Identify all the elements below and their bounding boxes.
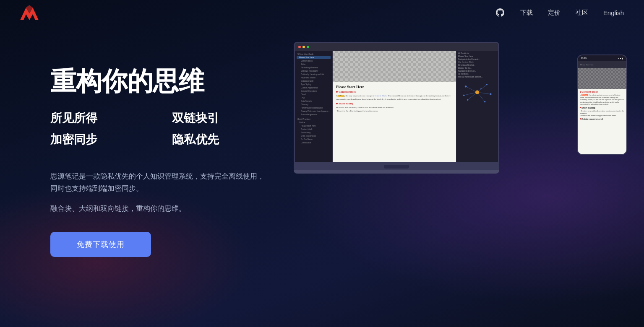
editor-hero-image bbox=[333, 51, 456, 82]
laptop-notch bbox=[384, 165, 409, 169]
editor-start-eating-list: • Create a new notebook, create a new do… bbox=[336, 106, 453, 112]
svg-line-2 bbox=[466, 86, 477, 92]
laptop-stand bbox=[294, 170, 499, 174]
sidebar-item-appearance: Custom Appearance bbox=[297, 86, 331, 89]
sidebar-item-operations: General Operations bbox=[297, 89, 331, 93]
sidebar-item-cloud: Cloud bbox=[297, 93, 331, 96]
panel-backlinks-item3: Navigate in the Con... bbox=[458, 70, 496, 72]
sidebar-item-type-styling: Type Styling bbox=[297, 83, 331, 86]
phone-time: 13:13 bbox=[581, 57, 587, 60]
phone-titlebar: Please Start Here bbox=[578, 61, 626, 68]
sidebar-item-glossary: Glossary bbox=[297, 103, 331, 106]
hero-title: 重构你的思维 bbox=[50, 67, 269, 96]
navbar: 下载 定价 社区 English bbox=[0, 0, 644, 25]
github-icon bbox=[495, 8, 505, 18]
feature-backlinks: 双链块引 bbox=[172, 109, 269, 128]
phone-drink-dot bbox=[580, 118, 581, 119]
phone-mockup: 13:13 ▲ ● ▮ Please Start Here Content bl… bbox=[577, 54, 627, 155]
svg-point-9 bbox=[475, 90, 479, 94]
phone-drink-recommend-header: Drink recommend bbox=[580, 118, 624, 120]
sidebar-item-content-block-2: Content block bbox=[297, 127, 331, 131]
phone-titlebar-text: Please Start Here bbox=[580, 64, 594, 66]
sidebar-item-search: Advanced search bbox=[297, 76, 331, 79]
svg-line-4 bbox=[477, 92, 491, 94]
language-switch[interactable]: English bbox=[603, 9, 624, 16]
svg-point-15 bbox=[463, 94, 465, 96]
laptop-screen: SiYuan User Guide Please Start Here Cont… bbox=[294, 42, 499, 164]
pricing-nav-link[interactable]: 定价 bbox=[548, 9, 561, 17]
app-screenshots: SiYuan User Guide Please Start Here Cont… bbox=[269, 50, 644, 327]
sidebar-item-contribution: Contribution bbox=[297, 141, 331, 144]
sidebar-item-database: Database table bbox=[297, 79, 331, 83]
hero-description-2: 融合块、大纲和双向链接，重构你的思维。 bbox=[50, 202, 269, 215]
start-eating-dot bbox=[336, 103, 338, 104]
app-sidebar: SiYuan User Guide Please Start Here Cont… bbox=[295, 51, 333, 162]
phone-editor-body: Content block In SiYuan, the only import… bbox=[578, 89, 626, 154]
logo[interactable] bbox=[20, 5, 39, 20]
sidebar-item-security: Data Security bbox=[297, 99, 331, 103]
editor-body: Please Start Here Content block In SiYua… bbox=[333, 82, 456, 162]
phone-start-eating-header: Start eating bbox=[580, 106, 624, 109]
feature-encrypted-sync: 加密同步 bbox=[50, 130, 147, 149]
phone-content-block-text: In SiYuan, the only important core conce… bbox=[580, 94, 624, 106]
sidebar-item-outline-label: Outline bbox=[297, 121, 331, 124]
phone-content-block-header: Content block bbox=[580, 91, 624, 93]
sidebar-item-our-name: Do Our Name bbox=[297, 138, 331, 141]
sidebar-item-typography: Optimize typography bbox=[297, 69, 331, 73]
panel-can-name: We can name such content... bbox=[458, 76, 496, 78]
hero-features: 所见所得 双链块引 加密同步 隐私优先 bbox=[50, 109, 269, 149]
editor-main-title: Please Start Here bbox=[336, 85, 453, 89]
laptop-mockup: SiYuan User Guide Please Start Here Cont… bbox=[294, 42, 499, 174]
download-cta-button[interactable]: 免费下载使用 bbox=[50, 232, 151, 257]
svg-point-13 bbox=[484, 101, 486, 103]
sidebar-item-acknowledgements: Acknowledgements bbox=[297, 113, 331, 116]
svg-point-12 bbox=[490, 93, 492, 95]
hero-section: 重构你的思维 所见所得 双链块引 加密同步 隐私优先 思源笔记是一款隐私优先的个… bbox=[50, 50, 269, 257]
backlinks-graph bbox=[458, 80, 496, 105]
phone-start-eating-dot bbox=[580, 107, 581, 108]
editor-content-block-title: Content block bbox=[336, 90, 453, 93]
editor-start-eating-title: Start eating bbox=[336, 102, 453, 105]
feature-wysiwyg: 所见所得 bbox=[50, 109, 147, 128]
sidebar-item-please-start: Please Start Here bbox=[297, 124, 331, 127]
phone-start-eating-list: • Create a new notebook, create a new do… bbox=[580, 110, 624, 117]
download-nav-link[interactable]: 下载 bbox=[520, 9, 533, 17]
phone-body: 13:13 ▲ ● ▮ Please Start Here Content bl… bbox=[577, 54, 627, 155]
phone-status-icons: ▲ ● ▮ bbox=[617, 57, 623, 60]
app-right-panel: All Backlinks Please Start Here Navigate… bbox=[456, 51, 498, 162]
phone-section-dot bbox=[580, 91, 581, 93]
panel-backlinks-label: All Backlinks bbox=[458, 52, 496, 54]
sidebar-item-start-eating: Start eating bbox=[297, 131, 331, 134]
github-link[interactable] bbox=[495, 8, 505, 18]
laptop-app-content: SiYuan User Guide Please Start Here Cont… bbox=[295, 51, 498, 162]
svg-point-11 bbox=[486, 84, 488, 86]
panel-flat-content-block: Flat Content Block bbox=[458, 61, 496, 63]
phone-status-bar: 13:13 ▲ ● ▮ bbox=[578, 55, 626, 61]
sidebar-item-editor: Editor bbox=[297, 62, 331, 66]
main-content: 重构你的思维 所见所得 双链块引 加密同步 隐私优先 思源笔记是一款隐私优先的个… bbox=[0, 25, 644, 327]
close-dot bbox=[298, 46, 301, 48]
laptop-base bbox=[294, 164, 499, 170]
panel-all-mentions: All Mentions bbox=[458, 73, 496, 75]
sidebar-item-formatting: Formatting elements bbox=[297, 66, 331, 69]
sidebar-item-faq: FAQ bbox=[297, 96, 331, 99]
panel-backlinks-display: Display the list... bbox=[458, 67, 496, 69]
phone-hero-image bbox=[578, 68, 626, 89]
graph-svg bbox=[458, 80, 496, 105]
panel-section-direction: Direction of the list... bbox=[458, 64, 496, 66]
hero-description-1: 思源笔记是一款隐私优先的个人知识管理系统，支持完全离线使用，同时也支持端到端加密… bbox=[50, 170, 269, 195]
feature-privacy: 隐私优先 bbox=[172, 130, 269, 149]
community-nav-link[interactable]: 社区 bbox=[576, 9, 588, 17]
section-dot bbox=[336, 91, 338, 93]
sidebar-item-outline-section: Good Practices bbox=[297, 117, 331, 121]
sidebar-item-performance: Performance Optimization bbox=[297, 106, 331, 109]
nav-links: 下载 定价 社区 English bbox=[495, 8, 624, 18]
panel-backlinks-item2: Navigate in the Content... bbox=[458, 58, 496, 60]
minimize-dot bbox=[302, 46, 305, 48]
sidebar-item-start: Please Start Here bbox=[297, 56, 331, 59]
sidebar-item-drink: Drink recommend bbox=[297, 134, 331, 138]
svg-point-14 bbox=[467, 99, 469, 101]
sidebar-item-outline: Outline by Heading and List bbox=[297, 73, 331, 76]
maximize-dot bbox=[307, 46, 309, 48]
editor-content-block-text: In SiYuan, the only important core conce… bbox=[336, 94, 453, 101]
